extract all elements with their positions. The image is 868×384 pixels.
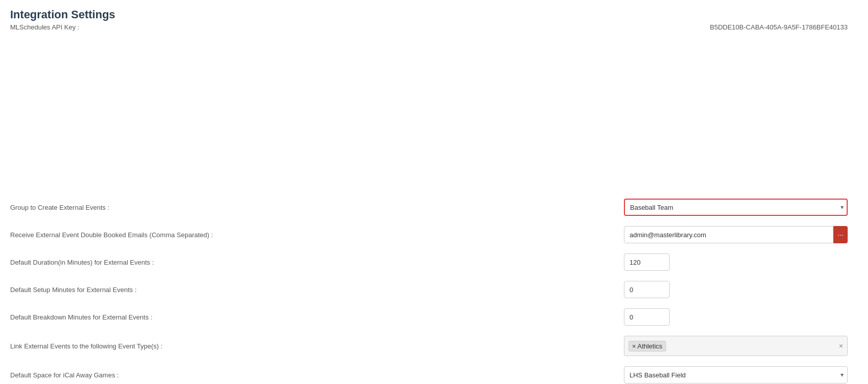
event-types-wrapper[interactable]: × Athletics × [624,336,848,356]
email-input-wrapper: ··· [624,226,848,243]
page-title: Integration Settings [10,8,858,21]
empty-space [10,51,858,194]
group-control: Baseball Team Athletics Swimming Tennis … [476,199,858,216]
duration-row: Default Duration(in Minutes) for Externa… [10,248,858,276]
breakdown-row: Default Breakdown Minutes for External E… [10,303,858,331]
api-key-value: B5DDE10B-CABA-405A-9A5F-1786BFE40133 [710,23,848,31]
email-control: ··· [476,226,858,243]
group-select-wrapper: Baseball Team Athletics Swimming Tennis … [624,199,848,216]
email-row: Receive External Event Double Booked Ema… [10,221,858,248]
space-label: Default Space for iCal Away Games : [10,371,476,379]
athletics-tag: × Athletics [628,341,666,351]
breakdown-control [476,308,858,326]
setup-label: Default Setup Minutes for External Event… [10,286,476,294]
event-types-control: × Athletics × [476,336,858,356]
group-label: Group to Create External Events : [10,204,476,211]
api-key-label: MLSchedules API Key : [10,23,79,31]
email-label: Receive External Event Double Booked Ema… [10,231,476,239]
space-row: Default Space for iCal Away Games : LHS … [10,361,858,384]
api-key-row: MLSchedules API Key : B5DDE10B-CABA-405A… [10,23,858,31]
settings-section: Group to Create External Events : Baseba… [10,194,858,384]
duration-label: Default Duration(in Minutes) for Externa… [10,259,476,266]
group-select[interactable]: Baseball Team Athletics Swimming Tennis [624,199,848,216]
duration-input-wrapper [624,253,848,271]
event-types-row: Link External Events to the following Ev… [10,331,858,361]
setup-input-wrapper [624,281,848,298]
event-types-label: Link External Events to the following Ev… [10,342,476,350]
tag-label: × Athletics [632,342,663,350]
breakdown-input-wrapper [624,308,848,326]
email-input[interactable] [624,226,833,243]
setup-control [476,281,858,298]
space-control: LHS Baseball Field Main Gym Outdoor Fiel… [476,366,858,383]
event-types-close-icon[interactable]: × [839,342,843,350]
setup-row: Default Setup Minutes for External Event… [10,276,858,303]
breakdown-input[interactable] [624,308,670,326]
breakdown-label: Default Breakdown Minutes for External E… [10,313,476,321]
setup-input[interactable] [624,281,670,298]
email-extra-button[interactable]: ··· [833,226,848,243]
duration-input[interactable] [624,253,670,271]
group-row: Group to Create External Events : Baseba… [10,194,858,221]
duration-control [476,253,858,271]
space-select[interactable]: LHS Baseball Field Main Gym Outdoor Fiel… [624,366,848,383]
space-select-wrapper: LHS Baseball Field Main Gym Outdoor Fiel… [624,366,848,383]
